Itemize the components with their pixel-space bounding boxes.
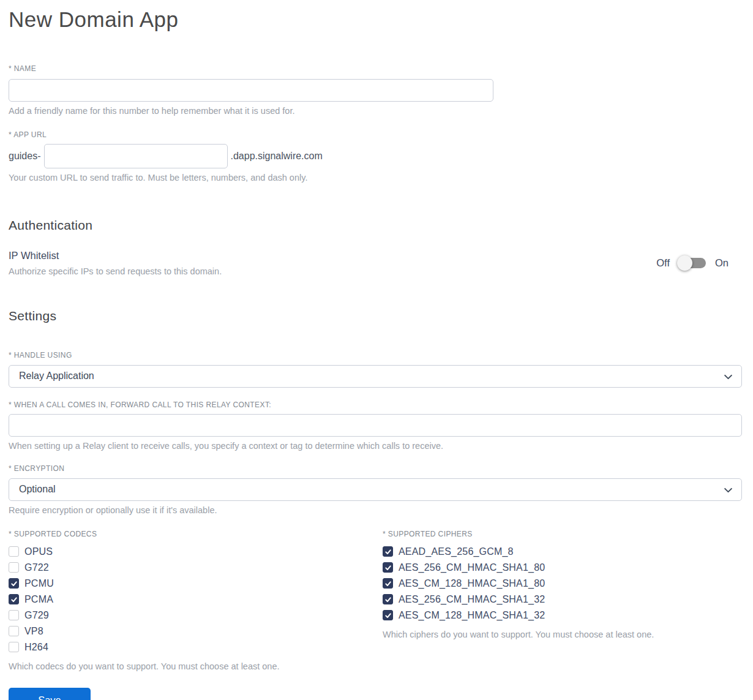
codec-label: PCMU <box>24 578 54 589</box>
ip-whitelist-helper: Authorize specific IPs to send requests … <box>9 266 222 277</box>
cipher-row-aes_cm_128_hmac_sha1_32[interactable]: AES_CM_128_HMAC_SHA1_32 <box>383 608 742 623</box>
supported-codecs-label: * SUPPORTED CODECS <box>9 530 383 538</box>
app-url-prefix: guides- <box>9 151 40 162</box>
app-url-helper: Your custom URL to send traffic to. Must… <box>9 172 742 183</box>
page-title: New Domain App <box>9 5 742 34</box>
app-url-suffix: .dapp.signalwire.com <box>230 151 322 162</box>
handle-using-label: * HANDLE USING <box>9 351 742 359</box>
ip-whitelist-row: IP Whitelist Authorize specific IPs to s… <box>9 250 742 277</box>
cipher-checkbox-aes_cm_128_hmac_sha1_32-checked[interactable] <box>383 610 393 620</box>
codec-checkbox-pcma-checked[interactable] <box>9 594 19 604</box>
cipher-label: AES_256_CM_HMAC_SHA1_80 <box>399 562 545 573</box>
chevron-down-icon <box>724 486 733 497</box>
name-input[interactable] <box>9 79 493 102</box>
toggle-on-label: On <box>715 257 729 269</box>
ip-whitelist-toggle-group: Off On <box>656 257 742 269</box>
codec-checkbox-list: OPUSG722PCMUPCMAG729VP8H264 <box>9 544 383 655</box>
name-helper: Add a friendly name for this number to h… <box>9 105 742 116</box>
handle-using-value: Relay Application <box>19 371 94 382</box>
cipher-checkbox-aes_256_cm_hmac_sha1_32-checked[interactable] <box>383 594 393 604</box>
handle-using-group: * HANDLE USING Relay Application <box>9 351 742 388</box>
codec-label: PCMA <box>24 594 53 605</box>
cipher-checkbox-aes_256_cm_hmac_sha1_80-checked[interactable] <box>383 562 393 573</box>
codec-checkbox-vp8-unchecked[interactable] <box>9 626 19 636</box>
app-url-input[interactable] <box>44 144 228 168</box>
codec-label: G722 <box>24 562 49 573</box>
ip-whitelist-toggle[interactable] <box>679 258 706 268</box>
name-label: * NAME <box>9 64 742 73</box>
ip-whitelist-label: IP Whitelist <box>9 250 222 262</box>
codec-label: VP8 <box>24 626 43 637</box>
codec-checkbox-opus-unchecked[interactable] <box>9 546 19 557</box>
relay-context-group: * WHEN A CALL COMES IN, FORWARD CALL TO … <box>9 401 742 451</box>
app-url-row: guides- .dapp.signalwire.com <box>9 144 742 168</box>
authentication-heading: Authentication <box>9 218 742 233</box>
settings-heading: Settings <box>9 309 742 323</box>
encryption-select[interactable]: Optional <box>9 478 742 501</box>
codecs-helper: Which codecs do you want to support. You… <box>9 661 383 672</box>
codec-row-pcmu[interactable]: PCMU <box>9 576 383 592</box>
relay-context-label: * WHEN A CALL COMES IN, FORWARD CALL TO … <box>9 401 742 409</box>
supported-ciphers-label: * SUPPORTED CIPHERS <box>383 530 742 538</box>
cipher-row-aead_aes_256_gcm_8[interactable]: AEAD_AES_256_GCM_8 <box>383 544 742 560</box>
codec-row-pcma[interactable]: PCMA <box>9 592 383 608</box>
codec-row-g729[interactable]: G729 <box>9 608 383 623</box>
codec-checkbox-g722-unchecked[interactable] <box>9 562 19 573</box>
ciphers-helper: Which ciphers do you want to support. Yo… <box>383 629 742 640</box>
cipher-checkbox-aes_cm_128_hmac_sha1_80-checked[interactable] <box>383 578 393 589</box>
handle-using-select[interactable]: Relay Application <box>9 365 742 388</box>
app-url-field-group: * APP URL guides- .dapp.signalwire.com Y… <box>9 130 742 183</box>
codec-checkbox-pcmu-checked[interactable] <box>9 578 19 589</box>
app-url-label: * APP URL <box>9 130 742 139</box>
codec-row-g722[interactable]: G722 <box>9 560 383 576</box>
relay-context-input[interactable] <box>9 414 742 437</box>
codecs-ciphers-columns: * SUPPORTED CODECS OPUSG722PCMUPCMAG729V… <box>9 530 742 672</box>
cipher-label: AES_256_CM_HMAC_SHA1_32 <box>399 594 545 605</box>
toggle-off-label: Off <box>656 257 670 269</box>
name-field-group: * NAME Add a friendly name for this numb… <box>9 64 742 116</box>
supported-codecs-column: * SUPPORTED CODECS OPUSG722PCMUPCMAG729V… <box>9 530 383 672</box>
encryption-value: Optional <box>19 484 56 495</box>
codec-label: G729 <box>24 610 49 621</box>
codec-checkbox-h264-unchecked[interactable] <box>9 642 19 652</box>
codec-label: OPUS <box>24 546 53 557</box>
cipher-row-aes_cm_128_hmac_sha1_80[interactable]: AES_CM_128_HMAC_SHA1_80 <box>383 576 742 592</box>
relay-context-helper: When setting up a Relay client to receiv… <box>9 440 742 451</box>
encryption-label: * ENCRYPTION <box>9 464 742 473</box>
cipher-checkbox-list: AEAD_AES_256_GCM_8AES_256_CM_HMAC_SHA1_8… <box>383 544 742 623</box>
supported-ciphers-column: * SUPPORTED CIPHERS AEAD_AES_256_GCM_8AE… <box>383 530 742 672</box>
chevron-down-icon <box>724 372 733 384</box>
cipher-label: AEAD_AES_256_GCM_8 <box>399 546 514 557</box>
codec-label: H264 <box>24 642 48 653</box>
codec-row-h264[interactable]: H264 <box>9 639 383 655</box>
save-button[interactable]: Save <box>9 688 91 700</box>
codec-checkbox-g729-unchecked[interactable] <box>9 610 19 620</box>
codec-row-opus[interactable]: OPUS <box>9 544 383 560</box>
codec-row-vp8[interactable]: VP8 <box>9 623 383 639</box>
cipher-checkbox-aead_aes_256_gcm_8-checked[interactable] <box>383 546 393 557</box>
toggle-knob-icon <box>677 255 692 271</box>
encryption-group: * ENCRYPTION Optional Require encryption… <box>9 464 742 516</box>
cipher-label: AES_CM_128_HMAC_SHA1_32 <box>399 610 545 621</box>
cipher-row-aes_256_cm_hmac_sha1_32[interactable]: AES_256_CM_HMAC_SHA1_32 <box>383 592 742 608</box>
ip-whitelist-text: IP Whitelist Authorize specific IPs to s… <box>9 250 222 277</box>
new-domain-app-page: New Domain App * NAME Add a friendly nam… <box>0 0 753 700</box>
encryption-helper: Require encryption or optionally use it … <box>9 505 742 516</box>
cipher-row-aes_256_cm_hmac_sha1_80[interactable]: AES_256_CM_HMAC_SHA1_80 <box>383 560 742 576</box>
cipher-label: AES_CM_128_HMAC_SHA1_80 <box>399 578 545 589</box>
